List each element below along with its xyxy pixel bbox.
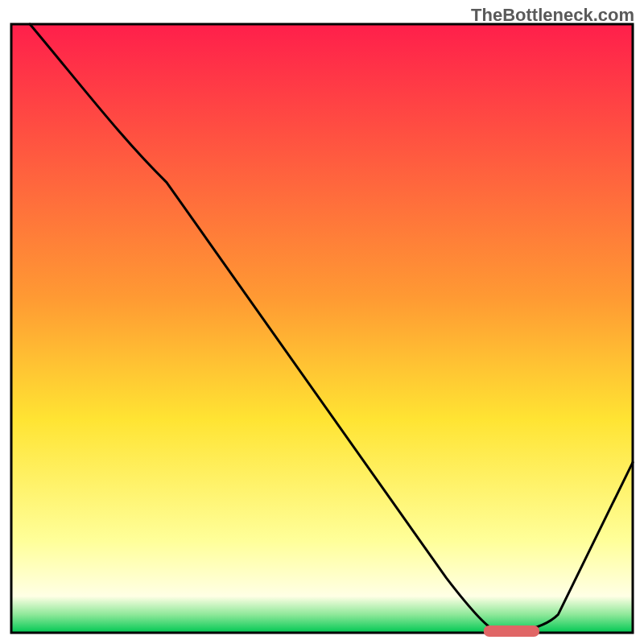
optimal-range-marker [484,625,539,637]
watermark-text: TheBottleneck.com [471,5,634,26]
chart-container: TheBottleneck.com [0,0,644,644]
bottleneck-chart [0,0,644,644]
